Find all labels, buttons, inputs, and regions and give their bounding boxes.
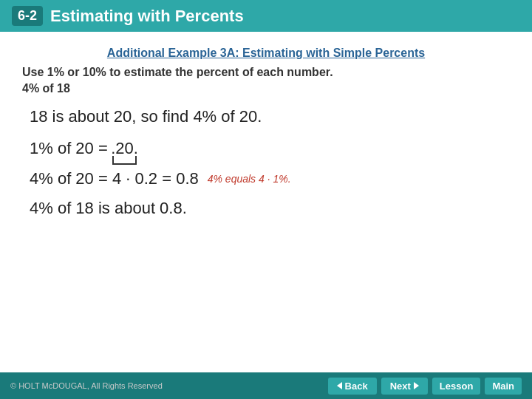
- copyright-text: © HOLT McDOUGAL, All Rights Reserved: [10, 381, 163, 390]
- solution-block: 18 is about 20, so find 4% of 20. 1% of …: [22, 106, 510, 219]
- back-arrow-icon: [337, 382, 342, 389]
- back-button[interactable]: Back: [328, 378, 377, 395]
- footer-nav: Back Next Lesson Main: [328, 378, 522, 395]
- solution-note: 4% equals 4 · 1%.: [208, 173, 291, 185]
- lesson-badge: 6-2: [12, 6, 43, 26]
- lesson-button[interactable]: Lesson: [432, 378, 481, 395]
- solution-line-4: 4% of 18 is about 0.8.: [30, 197, 502, 220]
- subtitle: Use 1% or 10% to estimate the percent of…: [22, 66, 510, 79]
- header: 6-2 Estimating with Percents: [0, 0, 532, 32]
- solution-line-2: 1% of 20 = .20.: [30, 137, 502, 160]
- solution-main-text: 4% of 20 = 4 · 0.2 = 0.8: [30, 169, 199, 188]
- main-content: Additional Example 3A: Estimating with S…: [0, 32, 532, 243]
- next-button[interactable]: Next: [381, 378, 428, 395]
- header-title: Estimating with Percents: [50, 7, 244, 26]
- problem-statement: 4% of 18: [22, 82, 510, 95]
- solution-line-1: 18 is about 20, so find 4% of 20.: [30, 106, 502, 129]
- bracket-decoration: .20.: [111, 137, 138, 160]
- main-button[interactable]: Main: [485, 378, 522, 395]
- example-title: Additional Example 3A: Estimating with S…: [22, 47, 510, 60]
- footer: © HOLT McDOUGAL, All Rights Reserved Bac…: [0, 372, 532, 399]
- solution-line-3: 4% of 20 = 4 · 0.2 = 0.8 4% equals 4 · 1…: [30, 169, 502, 188]
- next-arrow-icon: [414, 382, 419, 389]
